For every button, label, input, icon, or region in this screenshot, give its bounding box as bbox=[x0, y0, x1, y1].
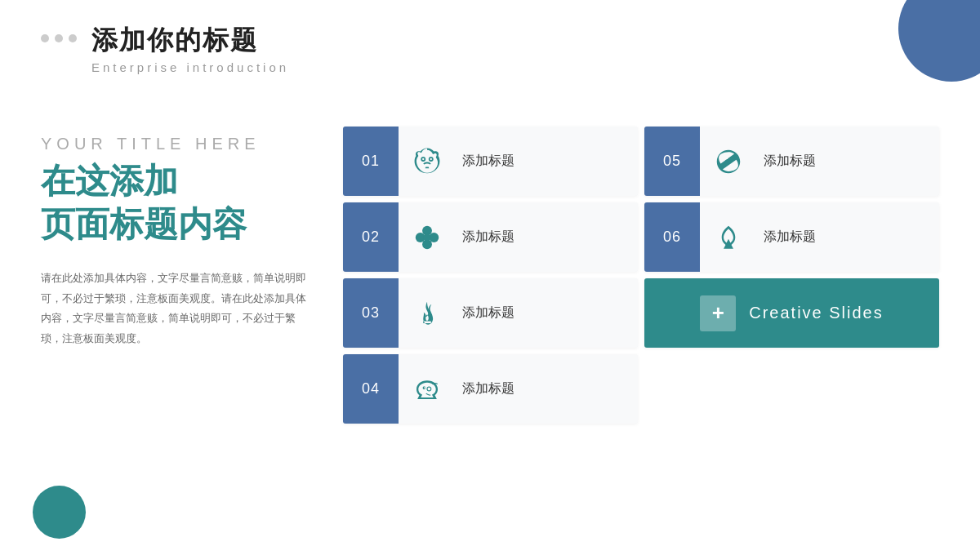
left-content: YOUR TITLE HERE 在这添加 页面标题内容 请在此处添加具体内容，文… bbox=[41, 135, 310, 349]
item-label-02: 添加标题 bbox=[456, 229, 514, 246]
grid-item-04: 04 添加标题 bbox=[343, 354, 638, 424]
main-title: 添加你的标题 bbox=[91, 23, 289, 59]
whale-icon bbox=[412, 374, 443, 405]
item-icon-area-05 bbox=[700, 127, 757, 196]
item-icon-area-04 bbox=[399, 354, 456, 424]
item-number-04: 04 bbox=[343, 354, 399, 424]
item-number-02: 02 bbox=[343, 202, 399, 272]
sub-title: Enterprise introduction bbox=[91, 60, 289, 74]
item-number-06: 06 bbox=[644, 202, 700, 272]
grid-item-01: 01 添加标题 bbox=[343, 127, 638, 196]
item-label-05: 添加标题 bbox=[757, 153, 816, 170]
grid-item-03: 03 添加标题 bbox=[343, 278, 638, 348]
description: 请在此处添加具体内容，文字尽量言简意赅，简单说明即可，不必过于繁琐，注意板面美观… bbox=[41, 269, 310, 349]
header: 添加你的标题 Enterprise introduction bbox=[41, 23, 289, 74]
item-number-03: 03 bbox=[343, 278, 399, 348]
svg-point-4 bbox=[423, 233, 431, 242]
item-label-03: 添加标题 bbox=[456, 304, 514, 322]
right-grid: 01 添加标题 05 添加标题 02 bbox=[343, 127, 939, 424]
item-number-01: 01 bbox=[343, 127, 399, 196]
grid-item-02: 02 添加标题 bbox=[343, 202, 638, 272]
clover-icon bbox=[412, 222, 443, 253]
bottom-left-decoration bbox=[33, 486, 86, 539]
page-title-cn: 在这添加 页面标题内容 bbox=[41, 160, 310, 246]
rugby-icon bbox=[713, 146, 744, 177]
page-title-line1: 在这添加 bbox=[41, 162, 178, 200]
item-label-06: 添加标题 bbox=[757, 229, 816, 246]
item-icon-area-02 bbox=[399, 202, 456, 272]
dot-2 bbox=[55, 34, 63, 42]
grid-container: 01 添加标题 05 添加标题 02 bbox=[343, 127, 939, 424]
header-text: 添加你的标题 Enterprise introduction bbox=[91, 23, 289, 74]
item-icon-area-06 bbox=[700, 202, 757, 272]
grid-empty-cell bbox=[644, 354, 939, 424]
creative-slides-label: Creative Slides bbox=[749, 304, 884, 322]
creative-plus-icon: + bbox=[700, 295, 736, 331]
dot-1 bbox=[41, 34, 49, 42]
grid-item-05: 05 添加标题 bbox=[644, 127, 939, 196]
item-icon-area-01 bbox=[399, 127, 456, 196]
page-title-line2: 页面标题内容 bbox=[41, 205, 247, 243]
item-number-05: 05 bbox=[644, 127, 700, 196]
your-title: YOUR TITLE HERE bbox=[41, 135, 310, 153]
grid-item-06: 06 添加标题 bbox=[644, 202, 939, 272]
fire-icon bbox=[412, 298, 443, 329]
header-dots bbox=[41, 34, 77, 42]
item-label-01: 添加标题 bbox=[456, 153, 514, 170]
leaf-icon bbox=[713, 222, 744, 253]
item-label-04: 添加标题 bbox=[456, 380, 514, 397]
grid-item-creative: + Creative Slides bbox=[644, 278, 939, 348]
owl-icon bbox=[412, 146, 443, 177]
dot-3 bbox=[69, 34, 77, 42]
top-right-decoration bbox=[898, 0, 980, 82]
item-icon-area-03 bbox=[399, 278, 456, 348]
